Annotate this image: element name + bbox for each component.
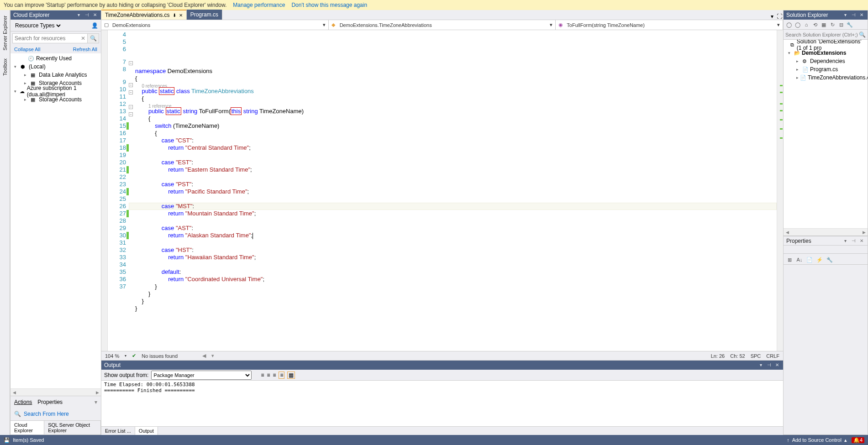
vertical-scrollmap[interactable] [777,30,783,351]
close-icon[interactable]: ✕ [858,238,865,244]
out-icon-4[interactable]: ≡ [279,372,284,379]
close-icon[interactable]: ✕ [858,12,865,18]
code-area[interactable]: −−−−− namespace DemoExtensions{ 0 refere… [129,30,777,351]
out-icon-2[interactable]: ≡ [267,372,270,378]
pin-icon[interactable]: ⊣ [766,362,772,368]
sql-server-object-explorer-tab[interactable]: SQL Server Object Explorer [44,421,101,435]
solution-explorer-header[interactable]: Solution Explorer ▾ ⊣ ✕ [784,10,868,20]
out-icon-3[interactable]: ≡ [273,372,276,378]
actions-tab[interactable]: Actions [14,399,32,405]
collapse-all-link[interactable]: Collapse All [14,47,40,52]
wrench-icon[interactable]: 🔧 [826,255,834,263]
output-tab[interactable]: Output [135,427,158,435]
properties-tab[interactable]: Properties [37,399,63,405]
manage-performance-link[interactable]: Manage performance [233,2,285,8]
nav-member[interactable]: ◉ToFullForm(string TimeZoneName)▾ [556,20,783,30]
dont-show-again-link[interactable]: Don't show this message again [291,2,367,8]
nav-project[interactable]: ▢DemoExtensions▾ [101,20,329,30]
alpha-icon[interactable]: A↓ [795,255,804,263]
nav-fwd-icon[interactable]: ▾ [211,353,214,359]
issues-text[interactable]: No issues found [142,353,178,359]
collapse-icon[interactable]: ⊟ [837,21,845,28]
show-all-icon[interactable]: ▦ [820,21,827,28]
back-icon[interactable]: ◯ [785,21,793,28]
search-button[interactable]: 🔍 [87,33,99,43]
tree-item[interactable]: ▸📄TimeZoneAbbreviations.cs [784,73,868,82]
source-control-up-icon[interactable]: ↑ [787,437,789,443]
tree-item[interactable]: ▾☁Azure subscription 1 (dua.ali@imperi [11,87,101,95]
scroll-right-icon[interactable]: ▶ [94,390,101,395]
sync-icon[interactable]: ⟲ [811,21,819,28]
tabwell-fullscreen-icon[interactable]: ⛶ [776,13,783,20]
save-icon: 💾 [4,437,10,443]
cloud-explorer-header[interactable]: Cloud Explorer ▾ ⊣ ✕ [11,10,101,20]
solution-search-input[interactable] [785,32,859,37]
pin-icon[interactable]: ⊣ [850,238,857,244]
scroll-left-icon[interactable]: ◀ [784,230,791,235]
resource-types-select[interactable]: Resource Types [13,22,62,29]
events-icon[interactable]: ⚡ [815,255,824,263]
dropdown-icon[interactable]: ▾ [75,12,82,18]
pin-icon[interactable]: ⊣ [84,12,90,18]
pin-icon[interactable]: ⬇ [173,13,176,18]
refresh-all-link[interactable]: Refresh All [73,47,97,52]
home-icon[interactable]: ⌂ [803,21,810,28]
categorize-icon[interactable]: ⊞ [785,255,794,263]
cloud-search-input[interactable] [12,33,88,43]
fwd-icon[interactable]: ◯ [794,21,801,28]
output-source-select[interactable]: Package Manager [151,371,252,380]
tree-item[interactable]: ▸▦Data Lake Analytics [11,71,101,79]
properties-header[interactable]: Properties ▾ ⊣ ✕ [784,236,868,246]
tabwell-dropdown-icon[interactable]: ▾ [768,13,776,20]
nav-back-icon[interactable]: ◀ [202,353,206,359]
cloud-hscroll[interactable]: ◀ ▶ [11,388,101,396]
cloud-explorer-bottom-tab[interactable]: Cloud Explorer [11,421,44,435]
tree-item[interactable]: ▾⬢(Local) [11,63,101,71]
add-to-source-control[interactable]: Add to Source Control [792,437,842,443]
dropdown-icon[interactable]: ▾ [842,238,848,244]
code-editor[interactable]: 4567891011121314151617181920212223242526… [101,30,783,351]
scroll-left-icon[interactable]: ◀ [11,390,18,395]
tree-item[interactable]: 🕘Recently Used [11,54,101,63]
dropdown-icon[interactable]: ▾ [758,362,764,368]
solution-explorer-panel: Solution Explorer ▾ ⊣ ✕ ◯ ◯ ⌂ ⟲ ▦ ↻ ⊟ 🔧 … [783,10,868,236]
error-list-tab[interactable]: Error List ... [101,427,135,435]
scroll-right-icon[interactable]: ▶ [860,230,868,235]
line-indicator[interactable]: Ln: 26 [711,353,725,359]
refresh-icon[interactable]: ↻ [829,21,836,28]
search-from-here[interactable]: 🔍 Search From Here [11,408,101,420]
prop-icon-3[interactable]: 📄 [805,255,814,263]
close-icon[interactable]: ✕ [92,12,98,18]
tree-item[interactable]: ▸⚙Dependencies [784,57,868,65]
properties-combo[interactable] [784,246,868,254]
tree-item[interactable]: ⧉Solution 'DemoExtensions' (1 of 1 pro [784,41,868,49]
out-icon-1[interactable]: ≡ [261,372,264,378]
tab-timezone-abbrev[interactable]: TimeZoneAbbreviations.cs ⬇ ✕ [101,10,187,20]
tab-program[interactable]: Program.cs [187,10,222,20]
close-icon[interactable]: ✕ [774,362,780,368]
source-control-arrow-icon[interactable]: ▴ [844,437,847,443]
clear-icon[interactable]: ✕ [81,35,85,42]
editor-status-bar: 104 %▾ ✔ No issues found ◀ ▾ Ln: 26 Ch: … [101,351,783,360]
output-header[interactable]: Output ▾ ⊣ ✕ [101,361,783,370]
server-explorer-tab[interactable]: Server Explorer [1,12,9,54]
output-text[interactable]: Time Elapsed: 00:00:01.5653388 =========… [101,381,783,426]
output-pane: Output ▾ ⊣ ✕ Show output from: Package M… [101,360,783,426]
out-icon-5[interactable]: ▦ [287,372,295,379]
tree-item[interactable]: ▸📄Program.cs [784,65,868,73]
dropdown-icon[interactable]: ▾ [842,12,848,18]
toolbox-tab[interactable]: Toolbox [1,55,9,79]
properties-icon[interactable]: 🔧 [846,21,853,28]
crlf-indicator[interactable]: CRLF [766,353,779,359]
zoom-level[interactable]: 104 % [105,353,119,359]
nav-class[interactable]: ◆DemoExtensions.TimeZoneAbbreviations▾ [329,20,556,30]
pin-icon[interactable]: ⊣ [850,12,857,18]
output-toolbar: Show output from: Package Manager ≡ ≡ ≡ … [101,370,783,381]
search-icon[interactable]: 🔍 [859,31,866,38]
close-icon[interactable]: ✕ [179,13,183,18]
spc-indicator[interactable]: SPC [751,353,761,359]
person-icon[interactable]: 👤 [91,22,98,29]
col-indicator[interactable]: Ch: 52 [730,353,745,359]
notification-badge[interactable]: 🔔4 [852,437,864,443]
solution-hscroll[interactable]: ◀▶ [784,228,868,236]
